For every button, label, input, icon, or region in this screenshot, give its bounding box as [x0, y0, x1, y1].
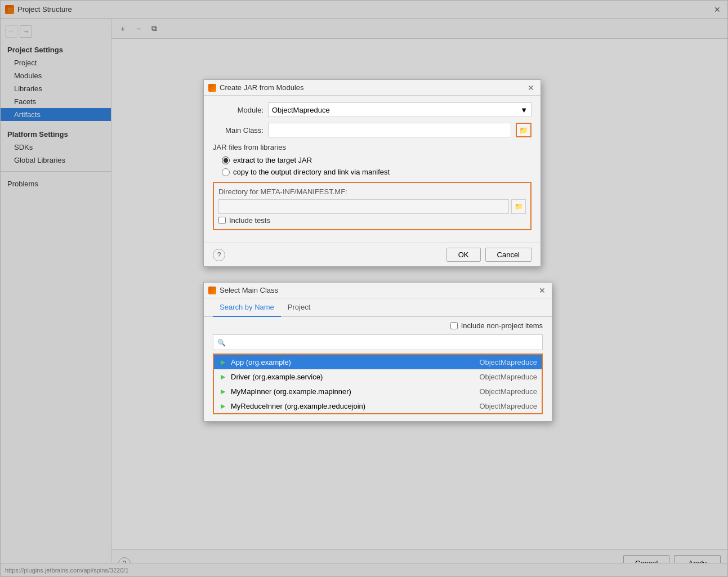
jar-files-label: JAR files from libraries — [213, 143, 532, 151]
class-icon-2: ▶ — [218, 387, 227, 396]
module-dropdown-icon: ▼ — [520, 106, 528, 114]
dialog-create-jar: Create JAR from Modules ✕ Module: Object… — [203, 79, 541, 267]
main-window: □ Project Structure ✕ ← → Project Settin… — [0, 0, 728, 577]
module-label: Module: — [213, 106, 263, 114]
tabs-bar: Search by Name Project — [204, 298, 552, 317]
class-icon-3: ▶ — [218, 401, 227, 410]
class-list-item-2[interactable]: ▶ MyMapInner (org.example.mapinner) Obje… — [214, 384, 542, 399]
class-module-0: ObjectMapreduce — [479, 358, 537, 366]
module-row: Module: ObjectMapreduce ▼ — [213, 102, 532, 117]
manifest-input-row: 📁 — [218, 199, 526, 214]
tab-search-by-name[interactable]: Search by Name — [213, 298, 281, 317]
dialog-jar-title-left: Create JAR from Modules — [208, 83, 304, 92]
class-list-item-3[interactable]: ▶ MyReduceInner (org.example.reducejoin)… — [214, 399, 542, 413]
dialog-jar-footer: ? OK Cancel — [204, 243, 541, 266]
radio-extract-input[interactable] — [222, 156, 230, 164]
radio-copy[interactable]: copy to the output directory and link vi… — [222, 168, 532, 176]
dialog-jar-close-button[interactable]: ✕ — [526, 83, 536, 93]
class-list-item-1[interactable]: ▶ Driver (org.example.service) ObjectMap… — [214, 369, 542, 384]
search-icon: 🔍 — [217, 339, 226, 347]
manifest-input[interactable] — [218, 199, 509, 214]
dialog-jar-footer-buttons: OK Cancel — [446, 248, 532, 262]
manifest-browse-button[interactable]: 📁 — [511, 199, 526, 214]
dialog-select-title-left: Select Main Class — [208, 286, 278, 294]
class-list: ▶ App (org.example) ObjectMapreduce ▶ Dr… — [213, 354, 543, 414]
main-class-row: Main Class: 📁 — [213, 123, 532, 137]
module-value: ObjectMapreduce — [272, 106, 330, 114]
dialog-jar-ok-button[interactable]: OK — [446, 248, 481, 262]
manifest-label: Directory for META-INF/MANIFEST.MF: — [218, 187, 526, 196]
class-module-1: ObjectMapreduce — [479, 373, 537, 381]
dialog-jar-cancel-button[interactable]: Cancel — [485, 248, 532, 262]
dialog-select-main-class: Select Main Class ✕ Search by Name Proje… — [203, 282, 552, 422]
radio-extract-label: extract to the target JAR — [233, 156, 312, 164]
include-non-project-row: Include non-project items — [213, 321, 543, 330]
main-class-input[interactable] — [268, 123, 511, 137]
dialog-jar-title-text: Create JAR from Modules — [220, 83, 304, 92]
dialog-select-close-button[interactable]: ✕ — [537, 285, 547, 296]
main-class-label: Main Class: — [213, 126, 263, 135]
main-class-browse-button[interactable]: 📁 — [516, 123, 532, 137]
dialog-jar-title-bar: Create JAR from Modules ✕ — [204, 80, 541, 96]
manifest-section: Directory for META-INF/MANIFEST.MF: 📁 In… — [213, 182, 532, 230]
class-icon-1: ▶ — [218, 372, 227, 381]
radio-extract[interactable]: extract to the target JAR — [222, 156, 532, 164]
dialog-select-icon — [208, 287, 216, 294]
select-class-body: Include non-project items 🔍 ▶ App (org.e… — [204, 317, 552, 421]
class-module-3: ObjectMapreduce — [479, 402, 537, 410]
dialog-select-title-bar: Select Main Class ✕ — [204, 283, 552, 298]
class-list-item[interactable]: ▶ App (org.example) ObjectMapreduce — [214, 355, 542, 369]
class-name-3: MyReduceInner (org.example.reducejoin) — [231, 402, 365, 410]
radio-copy-label: copy to the output directory and link vi… — [233, 168, 390, 176]
class-name-2: MyMapInner (org.example.mapinner) — [231, 387, 351, 396]
class-item-left-0: ▶ App (org.example) — [218, 357, 291, 366]
radio-copy-input[interactable] — [222, 168, 230, 176]
class-item-left-2: ▶ MyMapInner (org.example.mapinner) — [218, 387, 351, 396]
tab-project[interactable]: Project — [281, 298, 317, 317]
include-tests-checkbox[interactable] — [218, 217, 226, 224]
search-wrapper: 🔍 — [213, 334, 543, 351]
dialog-select-title-text: Select Main Class — [220, 286, 278, 294]
class-item-left-3: ▶ MyReduceInner (org.example.reducejoin) — [218, 401, 365, 410]
dialog-jar-help-button[interactable]: ? — [213, 249, 225, 261]
search-input[interactable] — [213, 334, 543, 350]
class-item-left-1: ▶ Driver (org.example.service) — [218, 372, 323, 381]
include-non-project-checkbox[interactable] — [450, 322, 458, 329]
module-select[interactable]: ObjectMapreduce ▼ — [268, 102, 532, 117]
class-icon-0: ▶ — [218, 357, 227, 366]
class-name-1: Driver (org.example.service) — [231, 373, 323, 381]
class-name-0: App (org.example) — [231, 358, 291, 366]
dialog-jar-body: Module: ObjectMapreduce ▼ Main Class: 📁 … — [204, 96, 541, 243]
radio-group: extract to the target JAR copy to the ou… — [222, 156, 532, 176]
include-tests-label: Include tests — [229, 216, 270, 225]
include-tests-row: Include tests — [218, 216, 526, 225]
class-module-2: ObjectMapreduce — [479, 387, 537, 396]
dialog-jar-icon — [208, 84, 216, 92]
include-non-project-label: Include non-project items — [461, 321, 543, 330]
